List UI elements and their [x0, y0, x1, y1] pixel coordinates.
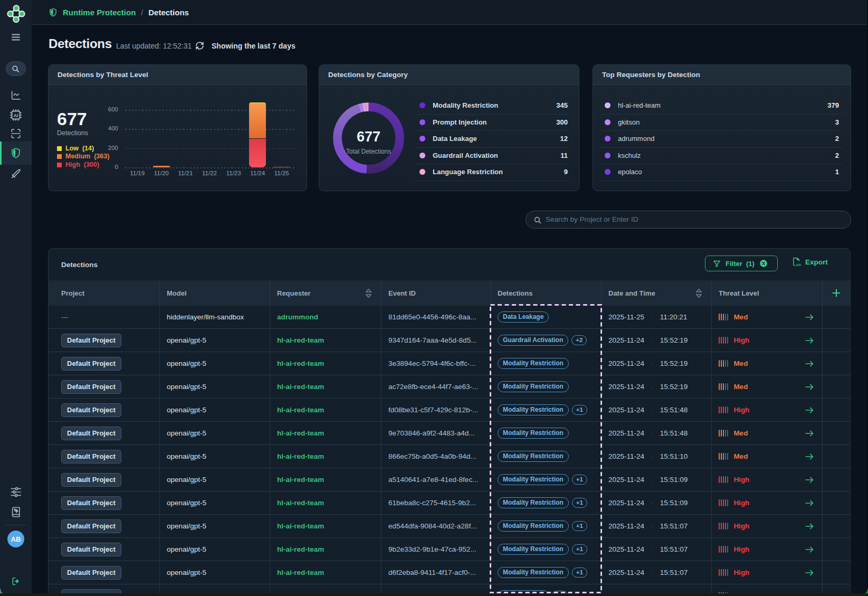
svg-text:CSV: CSV [796, 263, 801, 267]
svg-text:AI: AI [14, 113, 18, 118]
